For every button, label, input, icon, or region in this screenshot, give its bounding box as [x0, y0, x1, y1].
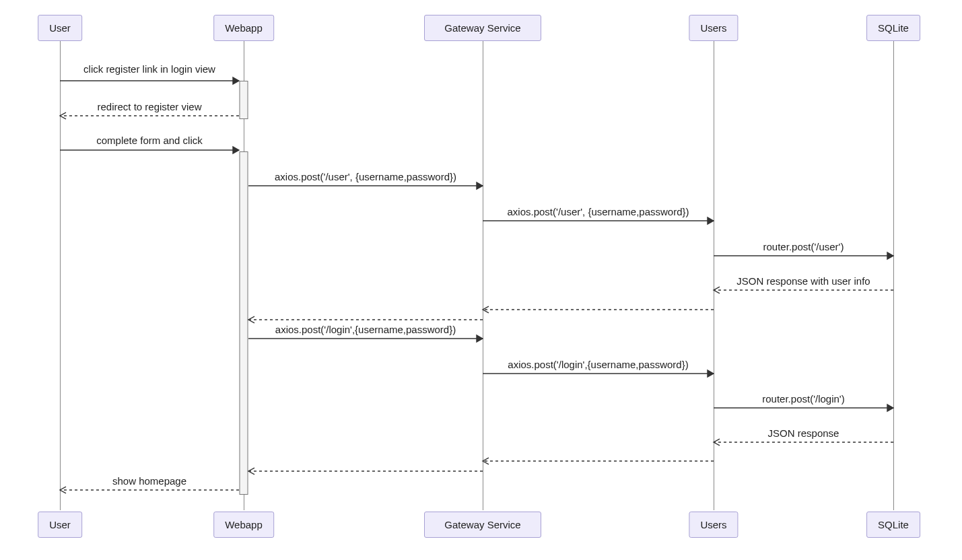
lifeline-gateway	[483, 38, 483, 510]
message-arrowhead-8	[248, 316, 254, 323]
message-arrowhead-3	[477, 182, 483, 189]
message-label-9: axios.post('/login',{username,password})	[275, 324, 456, 335]
message-arrowhead-2	[233, 147, 239, 153]
message-label-1: redirect to register view	[97, 101, 201, 112]
lifeline-users	[714, 38, 714, 510]
message-label-0: click register link in login view	[83, 63, 215, 75]
message-arrowhead-15	[60, 487, 66, 493]
participant-gateway-bottom: Gateway Service	[424, 512, 541, 538]
message-arrowhead-13	[483, 458, 489, 464]
message-label-10: axios.post('/login',{username,password})	[508, 359, 688, 370]
participant-gateway-top: Gateway Service	[424, 15, 541, 41]
message-arrowhead-7	[483, 306, 489, 313]
participant-sqlite-top: SQLite	[866, 15, 920, 41]
participant-user-bottom: User	[38, 512, 82, 538]
message-label-2: complete form and click	[96, 135, 203, 146]
sequence-diagram: click register link in login viewredirec…	[0, 0, 962, 560]
lifeline-sqlite	[893, 38, 894, 510]
activation-webapp-0	[240, 81, 248, 119]
message-label-12: JSON response	[768, 427, 839, 439]
participant-user-top: User	[38, 15, 82, 41]
message-arrowhead-5	[887, 252, 893, 259]
message-arrowhead-9	[477, 335, 483, 342]
message-arrowhead-0	[233, 77, 239, 84]
lifeline-user	[60, 38, 61, 510]
message-label-6: JSON response with user info	[736, 275, 870, 287]
message-arrowhead-11	[887, 405, 893, 411]
message-arrowhead-12	[714, 439, 720, 446]
participant-webapp-bottom: Webapp	[213, 512, 274, 538]
message-label-3: axios.post('/user', {username,password})	[275, 171, 456, 182]
participant-users-bottom: Users	[689, 512, 738, 538]
message-label-15: show homepage	[112, 475, 186, 487]
activation-webapp-1	[240, 151, 248, 495]
message-arrowhead-4	[708, 217, 714, 224]
message-arrowhead-6	[714, 287, 720, 293]
message-label-5: router.post('/user')	[763, 241, 844, 252]
message-arrowhead-10	[708, 370, 714, 377]
message-arrowhead-14	[248, 468, 254, 475]
message-label-4: axios.post('/user', {username,password})	[507, 206, 689, 217]
participant-webapp-top: Webapp	[213, 15, 274, 41]
message-label-11: router.post('/login')	[762, 393, 844, 405]
participant-sqlite-bottom: SQLite	[866, 512, 920, 538]
participant-users-top: Users	[689, 15, 738, 41]
message-arrowhead-1	[60, 112, 66, 119]
